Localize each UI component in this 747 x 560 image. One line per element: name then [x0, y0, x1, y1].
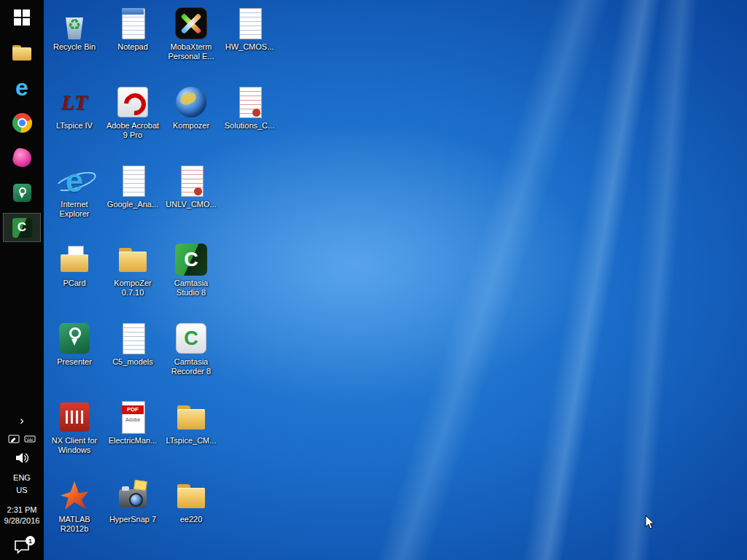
taskbar-chrome[interactable]: [3, 108, 41, 137]
language-code: ENG: [13, 472, 31, 484]
desktop-icon-label: Presenter: [45, 357, 104, 367]
internet-explorer-icon: e: [15, 76, 28, 99]
desktop-icon-label: PCard: [45, 279, 104, 288]
start-button[interactable]: [3, 3, 41, 32]
desktop-icon-label: ee220: [162, 515, 220, 524]
desktop-icon-adobe-acrobat[interactable]: Adobe Acrobat 9 Pro: [104, 85, 162, 140]
windows-logo-icon: [14, 9, 30, 26]
language-region: US: [13, 484, 31, 497]
mobaxterm-icon: [174, 6, 209, 41]
desktop-icon-recycle-bin[interactable]: ♻ Recycle Bin: [45, 6, 104, 52]
desktop-icon-unlv-cmo[interactable]: UNLV_CMO...: [162, 163, 220, 209]
desktop-icon-ltspice-cm[interactable]: LTspice_CM...: [162, 400, 220, 446]
document-icon: [232, 6, 267, 41]
desktop-icon-nx-client[interactable]: NX Client for Windows: [45, 400, 104, 455]
clock-date: 9/28/2016: [4, 516, 40, 526]
volume-icon[interactable]: [15, 452, 29, 467]
desktop-icon-label: LTspice IV: [45, 121, 104, 131]
desktop-icon-electricman[interactable]: PDF Adobe ElectricMan...: [104, 400, 162, 446]
desktop-icon-label: Recycle Bin: [45, 42, 104, 52]
recycle-bin-icon: ♻: [57, 6, 92, 41]
document-icon: [115, 163, 150, 198]
document-red-icon: [232, 85, 267, 120]
desktop-icon-label: NX Client for Windows: [45, 436, 104, 455]
taskbar: e C ›: [0, 0, 44, 560]
desktop-icon-matlab[interactable]: MATLAB R2012b: [45, 478, 104, 534]
document-red-icon: [174, 163, 209, 198]
desktop-icon-kompozer[interactable]: Kompozer: [162, 85, 220, 131]
desktop-icon-label: Notepad: [104, 42, 162, 52]
desktop-icon-label: MATLAB R2012b: [45, 515, 104, 534]
clock-time: 2:31 PM: [4, 505, 40, 516]
desktop-icon-google-ana[interactable]: Google_Ana...: [104, 163, 162, 209]
touch-keyboard-icon[interactable]: [24, 433, 36, 446]
show-hidden-icons-chevron[interactable]: ›: [20, 415, 23, 427]
desktop-icon-label: LTspice_CM...: [162, 436, 220, 446]
presenter-icon: [13, 184, 31, 202]
desktop-icon-mobaxterm[interactable]: MobaXterm Personal E...: [162, 6, 220, 61]
pen-input-icon[interactable]: [8, 433, 20, 446]
taskbar-camtasia-running[interactable]: C: [3, 213, 41, 242]
folder-icon: [174, 400, 209, 435]
chrome-icon: [12, 113, 32, 133]
desktop-icon-label: UNLV_CMO...: [162, 200, 220, 209]
taskbar-internet-explorer[interactable]: e: [3, 73, 41, 102]
desktop-icon-label: Adobe Acrobat 9 Pro: [104, 121, 162, 140]
desktop-icon-label: Kompozer: [162, 121, 220, 131]
pink-app-icon: [11, 147, 34, 169]
desktop-icon-notepad[interactable]: Notepad: [104, 6, 162, 52]
folder-with-document-icon: [57, 242, 92, 277]
pdf-document-icon: PDF Adobe: [115, 400, 150, 435]
windows-desktop-screen: e C ›: [0, 0, 747, 560]
desktop-icon-camtasia-recorder-8[interactable]: C Camtasia Recorder 8: [162, 321, 220, 376]
desktop-icon-label: HW_CMOS...: [220, 42, 279, 52]
ltspice-icon: LT: [57, 85, 92, 120]
desktop-icon-label: Google_Ana...: [104, 200, 162, 209]
nx-client-icon: [57, 400, 92, 435]
camtasia-studio-icon: C: [174, 242, 209, 277]
desktop-icon-label: C5_models: [104, 357, 162, 367]
desktop-icon-ltspice-iv[interactable]: LT LTspice IV: [45, 85, 104, 131]
taskbar-file-explorer[interactable]: [3, 38, 41, 67]
desktop-icon-hypersnap-7[interactable]: HyperSnap 7: [104, 478, 162, 524]
desktop-icon-label: Camtasia Recorder 8: [162, 357, 220, 376]
desktop-icon-camtasia-studio-8[interactable]: C Camtasia Studio 8: [162, 242, 220, 298]
desktop-icon-solutions[interactable]: Solutions_C...: [220, 85, 279, 131]
desktop-icon-label: ElectricMan...: [104, 436, 162, 446]
taskbar-presenter[interactable]: [3, 178, 41, 207]
desktop-icon-internet-explorer[interactable]: e Internet Explorer: [45, 163, 104, 219]
desktop-icon-c5-models[interactable]: C5_models: [104, 321, 162, 367]
desktop-icon-label: KompoZer 0.7.10: [104, 279, 162, 298]
acrobat-icon: [115, 85, 150, 120]
file-explorer-icon: [12, 45, 32, 61]
desktop-icon-label: MobaXterm Personal E...: [162, 42, 220, 61]
matlab-icon: [57, 478, 92, 513]
desktop-icon-presenter[interactable]: Presenter: [45, 321, 104, 367]
desktop-icon-label: HyperSnap 7: [104, 515, 162, 524]
tray-icon-row: [8, 433, 36, 446]
document-icon: [115, 321, 150, 356]
camera-icon: [115, 478, 150, 513]
desktop-icon-hw-cmos[interactable]: HW_CMOS...: [220, 6, 279, 52]
globe-icon: [174, 85, 209, 120]
system-tray: › ENG US 2:31 PM 9/28/2016: [0, 415, 44, 560]
presenter-icon: [57, 321, 92, 356]
desktop-icon-pcard[interactable]: PCard: [45, 242, 104, 288]
clock[interactable]: 2:31 PM 9/28/2016: [4, 505, 40, 526]
internet-explorer-icon: e: [57, 163, 92, 198]
mouse-cursor: [645, 515, 655, 533]
folder-icon: [115, 242, 150, 277]
taskbar-pink-media-app[interactable]: [3, 143, 41, 172]
desktop-icon-kompozer-0710[interactable]: KompoZer 0.7.10: [104, 242, 162, 298]
notification-badge: 1: [26, 536, 35, 545]
folder-icon: [174, 478, 209, 513]
desktop-icon-label: Solutions_C...: [220, 121, 279, 131]
action-center-button[interactable]: 1: [14, 540, 30, 554]
desktop-icon-ee220[interactable]: ee220: [162, 478, 220, 524]
camtasia-icon: C: [12, 218, 32, 238]
desktop-icon-label: Camtasia Studio 8: [162, 279, 220, 298]
desktop-wallpaper: ♻ Recycle Bin Notepad MobaXterm Personal…: [44, 0, 747, 560]
desktop-icon-label: Internet Explorer: [45, 200, 104, 219]
language-indicator[interactable]: ENG US: [13, 472, 31, 497]
notepad-icon: [115, 6, 150, 41]
